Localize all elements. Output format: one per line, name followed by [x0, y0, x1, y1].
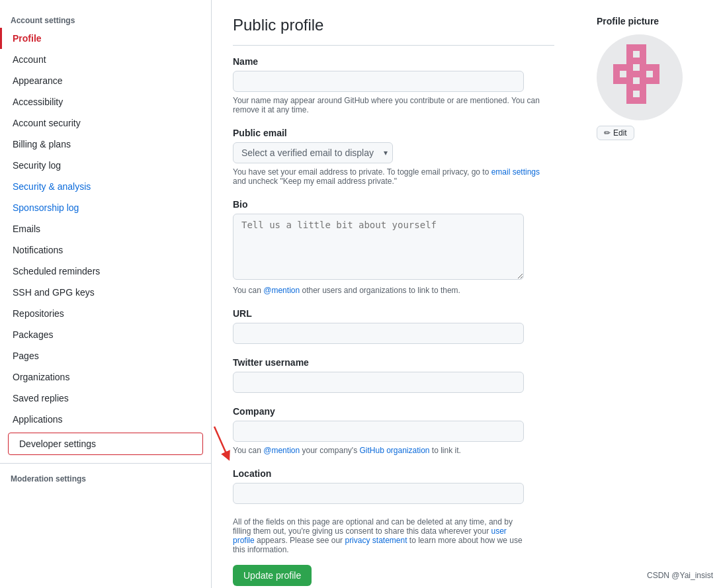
svg-rect-25 [646, 77, 653, 84]
svg-rect-15 [653, 64, 659, 71]
sidebar-item-account[interactable]: Account [0, 49, 211, 70]
svg-rect-10 [613, 64, 620, 71]
sidebar-item-ssh-gpg[interactable]: SSH and GPG keys [0, 282, 211, 303]
bio-input[interactable] [233, 214, 524, 280]
url-label: URL [233, 308, 554, 319]
email-hint: You have set your email address to priva… [233, 167, 554, 186]
twitter-label: Twitter username [233, 357, 554, 368]
svg-rect-27 [626, 84, 633, 91]
sidebar-account-heading: Account settings [0, 11, 211, 28]
company-input[interactable] [233, 421, 524, 442]
email-select[interactable]: Select a verified email to display [233, 142, 393, 163]
footer-hint: All of the fields on this page are optio… [233, 517, 524, 554]
email-settings-link[interactable]: email settings [491, 167, 540, 177]
svg-rect-33 [633, 97, 640, 104]
sidebar-item-account-security[interactable]: Account security [0, 112, 211, 134]
bio-hint: You can @mention other users and organiz… [233, 286, 554, 295]
location-field-group: Location [233, 468, 554, 504]
svg-rect-20 [653, 71, 659, 77]
svg-rect-21 [613, 77, 620, 84]
svg-rect-34 [640, 97, 646, 104]
svg-rect-14 [646, 64, 653, 71]
svg-rect-13 [640, 64, 646, 71]
bio-label: Bio [233, 199, 554, 210]
sidebar-item-profile[interactable]: Profile [0, 28, 211, 49]
red-arrow-icon [208, 423, 247, 463]
svg-rect-26 [653, 77, 659, 84]
sidebar-item-pages[interactable]: Pages [0, 345, 211, 366]
company-hint: You can @mention your company's GitHub o… [233, 446, 554, 455]
company-field-group: Company You can @mention your company's … [233, 406, 554, 455]
svg-rect-6 [640, 51, 646, 58]
name-label: Name [233, 56, 554, 67]
svg-rect-8 [633, 58, 640, 64]
svg-rect-23 [626, 77, 633, 84]
public-email-group: Public email Select a verified email to … [233, 128, 554, 186]
edit-profile-picture-button[interactable]: ✏ Edit [597, 126, 634, 140]
svg-rect-16 [613, 71, 620, 77]
profile-picture-container [597, 34, 683, 120]
sidebar-item-accessibility[interactable]: Accessibility [0, 91, 211, 112]
svg-rect-11 [620, 64, 626, 71]
main-content: Public profile Name Your name may appear… [212, 0, 575, 588]
github-org-link[interactable]: GitHub organization [359, 446, 429, 455]
sidebar-item-emails[interactable]: Emails [0, 218, 211, 239]
svg-line-1 [214, 427, 228, 456]
profile-picture-label: Profile picture [597, 16, 700, 26]
location-label: Location [233, 468, 554, 479]
sidebar-item-packages[interactable]: Packages [0, 324, 211, 345]
svg-rect-2 [626, 44, 633, 51]
location-input[interactable] [233, 483, 524, 504]
svg-rect-5 [626, 51, 633, 58]
sidebar-item-applications[interactable]: Applications [0, 409, 211, 430]
email-select-wrapper: Select a verified email to display ▾ [233, 142, 393, 163]
update-profile-button[interactable]: Update profile [233, 565, 312, 586]
profile-picture-sidebar: Profile picture [575, 0, 721, 588]
sidebar-item-organizations[interactable]: Organizations [0, 366, 211, 388]
sidebar-moderation-heading: Moderation settings [0, 469, 211, 486]
svg-rect-30 [626, 91, 633, 97]
company-mention-link[interactable]: @mention [263, 446, 300, 455]
sidebar-item-notifications[interactable]: Notifications [0, 239, 211, 261]
sidebar-item-developer-settings[interactable]: Developer settings [9, 433, 202, 454]
name-hint: Your name may appear around GitHub where… [233, 96, 554, 114]
sidebar-item-security-analysis[interactable]: Security & analysis [0, 176, 211, 197]
sidebar-item-saved-replies[interactable]: Saved replies [0, 388, 211, 409]
svg-rect-4 [640, 44, 646, 51]
svg-rect-28 [633, 84, 640, 91]
privacy-statement-link[interactable]: privacy statement [345, 536, 407, 545]
url-field-group: URL [233, 308, 554, 344]
svg-rect-24 [640, 77, 646, 84]
twitter-field-group: Twitter username [233, 357, 554, 393]
name-input[interactable] [233, 71, 524, 92]
sidebar-item-security-log[interactable]: Security log [0, 155, 211, 176]
watermark: CSDN @Yai_insist [647, 571, 713, 580]
svg-rect-7 [626, 58, 633, 64]
svg-rect-32 [626, 97, 633, 104]
twitter-input[interactable] [233, 372, 524, 393]
company-label: Company [233, 406, 554, 417]
pencil-icon: ✏ [604, 128, 611, 138]
svg-rect-29 [640, 84, 646, 91]
avatar-image [607, 44, 673, 110]
url-input[interactable] [233, 323, 524, 344]
sidebar-item-billing[interactable]: Billing & plans [0, 134, 211, 155]
svg-rect-3 [633, 44, 640, 51]
bio-field-group: Bio You can @mention other users and org… [233, 199, 554, 295]
svg-rect-17 [626, 71, 633, 77]
svg-rect-12 [626, 64, 633, 71]
svg-rect-18 [633, 71, 640, 77]
sidebar-item-scheduled-reminders[interactable]: Scheduled reminders [0, 261, 211, 282]
sidebar-item-repositories[interactable]: Repositories [0, 303, 211, 324]
page-title: Public profile [233, 16, 554, 46]
name-field-group: Name Your name may appear around GitHub … [233, 56, 554, 114]
public-email-label: Public email [233, 128, 554, 138]
sidebar: Account settings Profile Account Appeara… [0, 0, 212, 588]
sidebar-item-appearance[interactable]: Appearance [0, 70, 211, 91]
sidebar-item-sponsorship-log[interactable]: Sponsorship log [0, 197, 211, 218]
svg-rect-9 [640, 58, 646, 64]
bio-mention-link[interactable]: @mention [263, 286, 300, 295]
svg-rect-19 [640, 71, 646, 77]
svg-rect-31 [640, 91, 646, 97]
svg-rect-22 [620, 77, 626, 84]
